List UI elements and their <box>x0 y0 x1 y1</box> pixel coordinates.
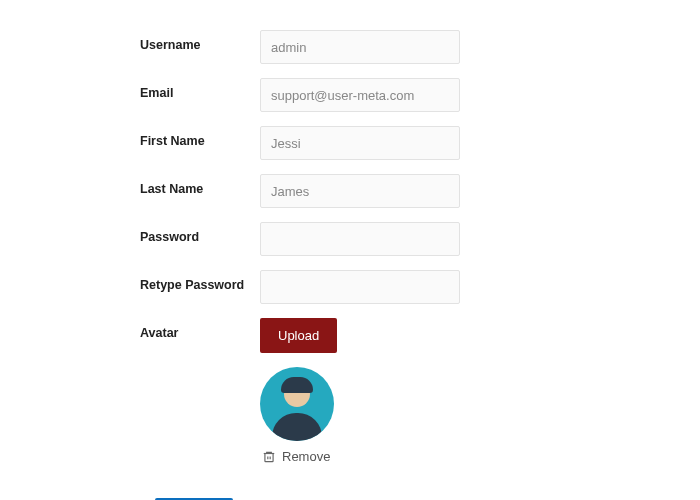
first-name-label: First Name <box>140 126 260 148</box>
remove-label: Remove <box>282 449 330 464</box>
svg-rect-0 <box>265 453 273 461</box>
avatar-image <box>260 367 334 441</box>
row-avatar: Avatar Upload Remove <box>140 318 700 464</box>
row-password: Password <box>140 222 700 256</box>
username-input[interactable] <box>260 30 460 64</box>
email-input[interactable] <box>260 78 460 112</box>
last-name-input[interactable] <box>260 174 460 208</box>
email-label: Email <box>140 78 260 100</box>
last-name-label: Last Name <box>140 174 260 196</box>
profile-form: Username Email First Name Last Name Pass… <box>140 30 700 500</box>
first-name-input[interactable] <box>260 126 460 160</box>
retype-password-label: Retype Password <box>140 270 260 292</box>
password-input[interactable] <box>260 222 460 256</box>
avatar-label: Avatar <box>140 318 260 340</box>
remove-avatar-button[interactable]: Remove <box>262 449 330 464</box>
row-retype-password: Retype Password <box>140 270 700 304</box>
row-username: Username <box>140 30 700 64</box>
row-first-name: First Name <box>140 126 700 160</box>
password-label: Password <box>140 222 260 244</box>
trash-icon <box>262 450 276 464</box>
retype-password-input[interactable] <box>260 270 460 304</box>
username-label: Username <box>140 30 260 52</box>
row-email: Email <box>140 78 700 112</box>
upload-button[interactable]: Upload <box>260 318 337 353</box>
row-last-name: Last Name <box>140 174 700 208</box>
